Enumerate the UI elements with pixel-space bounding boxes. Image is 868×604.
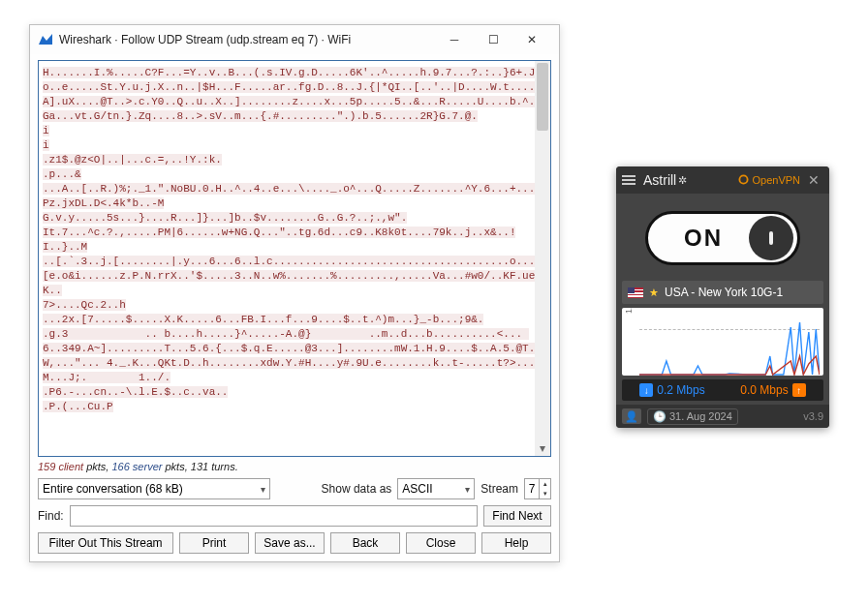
find-input[interactable]: [70, 505, 478, 527]
traffic-graph: 1.0 Mbps: [622, 308, 823, 376]
protocol-selector[interactable]: OpenVPN: [738, 174, 800, 187]
conversation-dropdown[interactable]: Entire conversation (68 kB) ▾: [38, 478, 270, 499]
switch-area: ON: [616, 194, 829, 281]
toggle-label: ON: [648, 225, 749, 252]
packet-summary: 159 client pkts, 166 server pkts, 131 tu…: [38, 461, 551, 472]
menu-icon[interactable]: [622, 175, 639, 185]
scrollbar[interactable]: ▴ ▾: [535, 61, 550, 456]
openvpn-icon: [738, 174, 749, 187]
download-arrow-icon: ↓: [639, 383, 653, 397]
scroll-thumb[interactable]: [537, 63, 548, 131]
clock-icon: 🕒: [653, 410, 666, 423]
astrill-widget: Astrill✲ OpenVPN ✕ ON ★ USA - New York 1…: [616, 166, 829, 428]
spin-up-icon[interactable]: ▴: [540, 479, 550, 489]
close-button[interactable]: ✕: [512, 26, 551, 53]
spin-down-icon[interactable]: ▾: [540, 489, 550, 498]
stream-textarea[interactable]: H.......I.%.....C?F...=Y..v..B...(.s.IV.…: [38, 60, 551, 457]
server-selector[interactable]: ★ USA - New York 10G-1: [622, 281, 823, 304]
upload-arrow-icon: ↑: [792, 383, 806, 397]
astrill-brand: Astrill✲: [643, 172, 687, 188]
chevron-down-icon: ▾: [261, 484, 265, 495]
save-as-button[interactable]: Save as...: [255, 532, 325, 554]
wireshark-icon: [38, 32, 53, 47]
find-next-button[interactable]: Find Next: [483, 505, 551, 527]
favorite-star-icon[interactable]: ★: [649, 287, 659, 299]
server-count: 166 server: [111, 461, 162, 472]
star-icon: ✲: [678, 174, 687, 187]
date-display[interactable]: 🕒 31. Aug 2024: [647, 408, 738, 425]
stream-label: Stream: [480, 482, 518, 496]
toggle-knob: [749, 216, 793, 260]
print-button[interactable]: Print: [179, 532, 249, 554]
flag-usa-icon: [628, 287, 643, 298]
wireshark-window: Wireshark · Follow UDP Stream (udp.strea…: [29, 24, 560, 562]
show-as-label: Show data as: [322, 482, 392, 496]
accounts-button[interactable]: 👤: [622, 408, 641, 424]
find-label: Find:: [38, 509, 64, 523]
maximize-button[interactable]: ☐: [474, 26, 512, 53]
close-dialog-button[interactable]: Close: [406, 532, 476, 554]
wireshark-titlebar[interactable]: Wireshark · Follow UDP Stream (udp.strea…: [30, 25, 559, 54]
filter-out-button[interactable]: Filter Out This Stream: [38, 532, 173, 554]
speed-bar: ↓ 0.2 Mbps 0.0 Mbps ↑: [622, 379, 823, 401]
chevron-down-icon: ▾: [465, 484, 470, 495]
help-button[interactable]: Help: [481, 532, 551, 554]
person-icon: 👤: [625, 410, 638, 423]
minimize-button[interactable]: ─: [435, 26, 474, 53]
encoding-dropdown[interactable]: ASCII ▾: [397, 478, 475, 499]
graph-y-label: 1.0 Mbps: [624, 308, 634, 314]
stream-number-spinner[interactable]: 7 ▴ ▾: [524, 478, 551, 499]
astrill-header: Astrill✲ OpenVPN ✕: [616, 166, 829, 194]
scroll-down-icon[interactable]: ▾: [535, 440, 550, 456]
window-title: Wireshark · Follow UDP Stream (udp.strea…: [59, 33, 435, 46]
wireshark-body: H.......I.%.....C?F...=Y..v..B...(.s.IV.…: [30, 54, 559, 561]
client-count: 159 client: [38, 461, 83, 472]
astrill-footer: 👤 🕒 31. Aug 2024 v3.9: [616, 405, 829, 428]
astrill-close-button[interactable]: ✕: [804, 172, 823, 188]
version-label: v3.9: [803, 410, 823, 422]
download-speed: 0.2 Mbps: [657, 383, 704, 397]
server-name: USA - New York 10G-1: [665, 286, 783, 299]
svg-point-0: [740, 175, 748, 183]
upload-speed: 0.0 Mbps: [740, 383, 788, 397]
vpn-toggle[interactable]: ON: [645, 211, 800, 265]
stream-text: H.......I.%.....C?F...=Y..v..B...(.s.IV.…: [43, 67, 542, 412]
back-button[interactable]: Back: [330, 532, 400, 554]
